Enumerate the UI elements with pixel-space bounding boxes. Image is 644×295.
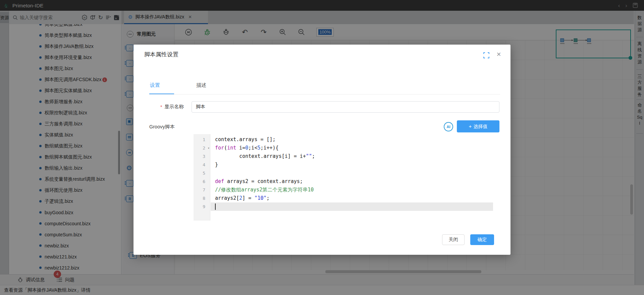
code-line[interactable] bbox=[211, 202, 493, 211]
code-line[interactable]: def arrays2 = context.arrays; bbox=[211, 177, 493, 186]
plus-icon: + bbox=[469, 123, 472, 129]
tab-divider bbox=[149, 94, 500, 95]
code-line[interactable]: context.arrays[i] = i+""; bbox=[211, 152, 493, 161]
editor-gutter: 12▾3456789 bbox=[194, 134, 210, 221]
groovy-script-label: Groovy脚本 bbox=[149, 124, 175, 130]
close-icon[interactable]: ✕ bbox=[496, 51, 501, 58]
text-cursor bbox=[215, 203, 216, 210]
line-number: 6 bbox=[194, 177, 210, 186]
close-button[interactable]: 关闭 bbox=[442, 234, 465, 245]
display-name-field[interactable] bbox=[192, 101, 499, 113]
tab-description[interactable]: 描述 bbox=[196, 82, 206, 88]
fullscreen-icon[interactable] bbox=[483, 52, 489, 58]
editor-code[interactable]: context.arrays = [];for(int i=0;i<5;i++)… bbox=[211, 134, 493, 221]
line-number: 9 bbox=[194, 202, 210, 211]
line-number: 1 bbox=[194, 135, 210, 144]
line-number: 5 bbox=[194, 169, 210, 177]
fold-icon[interactable]: ▾ bbox=[208, 144, 210, 152]
line-number: 2▾ bbox=[194, 144, 210, 152]
dialog-title: 脚本属性设置 bbox=[144, 51, 178, 58]
line-number: 8 bbox=[194, 194, 210, 202]
line-number: 4 bbox=[194, 161, 210, 169]
groovy-code-editor[interactable]: 12▾3456789 context.arrays = [];for(int i… bbox=[194, 134, 493, 221]
script-properties-dialog: 脚本属性设置 ✕ 设置 描述 * 显示名称 Groovy脚本 AI +选择值 1… bbox=[133, 45, 511, 255]
select-value-button[interactable]: +选择值 bbox=[457, 120, 499, 132]
ok-button[interactable]: 确定 bbox=[470, 234, 494, 245]
line-number: 7 bbox=[194, 186, 210, 194]
code-line[interactable]: arrays2[2] = "10"; bbox=[211, 194, 493, 202]
code-line[interactable]: for(int i=0;i<5;i++){ bbox=[211, 144, 493, 152]
code-line[interactable]: context.arrays = []; bbox=[211, 135, 493, 144]
tab-settings[interactable]: 设置 bbox=[150, 82, 160, 88]
line-number: 3 bbox=[194, 152, 210, 161]
code-line[interactable]: //修改数组arrays2第二个元素为字符串10 bbox=[211, 186, 493, 194]
code-line[interactable] bbox=[211, 169, 493, 177]
code-line[interactable]: } bbox=[211, 161, 493, 169]
ai-generate-icon[interactable]: AI bbox=[444, 122, 453, 131]
display-name-label: 显示名称 bbox=[164, 104, 184, 110]
required-mark: * bbox=[160, 104, 162, 110]
